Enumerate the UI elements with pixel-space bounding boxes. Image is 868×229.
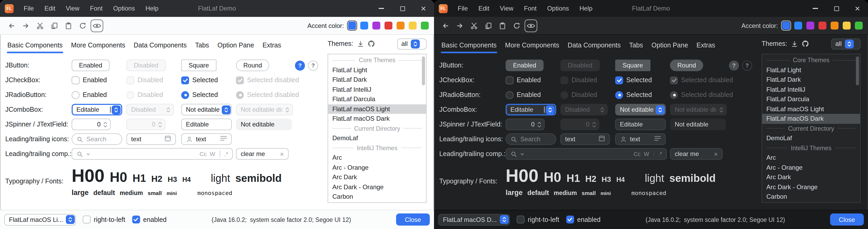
radio-enabled[interactable]: Enabled [506,91,560,99]
copy-button[interactable] [482,19,495,32]
laf-combobox[interactable]: FlatLaf macOS D... [438,214,510,225]
menu-item-font[interactable]: Font [519,0,542,17]
date-field[interactable]: text [126,133,176,145]
refresh-button[interactable] [510,19,523,32]
enabled-button[interactable]: Enabled [506,60,544,71]
accent-swatch-purple[interactable] [372,22,380,30]
theme-item[interactable]: Arc - Orange [328,163,426,172]
tab-more-components[interactable]: More Components [501,35,564,55]
rtl-checkbox[interactable]: right-to-left [517,216,559,224]
match-case-toggle[interactable]: Cc [199,151,207,157]
tab-extras[interactable]: Extras [692,35,719,55]
paste-button[interactable] [496,19,509,32]
whole-words-toggle[interactable]: W [644,151,649,157]
theme-item[interactable]: Arc Dark - Orange [762,182,860,192]
tab-basic-components[interactable]: Basic Components [3,35,67,55]
checkbox-enabled[interactable]: Enabled [72,76,126,84]
checkbox-selected[interactable]: Selected [181,76,236,84]
tab-option-pane[interactable]: Option Pane [213,35,258,55]
accent-swatch-green[interactable] [855,22,863,30]
accent-swatch-purple[interactable] [806,22,814,30]
theme-item-selected[interactable]: FlatLaf macOS Dark [762,114,860,123]
regex-toggle[interactable]: .* [224,151,228,157]
spinner-arrows-icon[interactable] [537,121,541,127]
enabled-checkbox[interactable]: enabled [132,216,167,224]
clearable-field[interactable]: clear me× [236,148,289,160]
chevron-down-icon[interactable] [520,152,524,155]
menu-item-edit[interactable]: Edit [39,0,61,17]
back-button[interactable] [439,19,452,32]
checkbox-selected[interactable]: Selected [615,76,670,84]
round-button[interactable]: Round [236,60,270,71]
spinner-enabled[interactable]: 0 [72,119,111,130]
menu-item-file[interactable]: File [19,0,39,17]
radio-selected[interactable]: Selected [181,91,236,99]
theme-item[interactable]: Arc [328,153,426,163]
tab-more-components[interactable]: More Components [67,35,130,55]
user-field[interactable]: text [615,133,666,145]
square-button[interactable]: Square [181,60,216,71]
menu-item-help[interactable]: Help [140,0,163,17]
cut-button[interactable] [468,19,480,32]
menu-item-options[interactable]: Options [108,0,141,17]
themes-filter-combo[interactable]: all [397,38,427,49]
tab-basic-components[interactable]: Basic Components [437,35,501,55]
laf-combobox[interactable]: FlatLaf macOS Li... [4,214,76,225]
theme-item[interactable]: Arc Dark - Orange [328,182,426,192]
close-window-button[interactable]: ✕ [847,0,868,17]
clearable-field[interactable]: clear me× [670,148,723,160]
accent-swatch-yellow[interactable] [409,22,416,30]
close-dialog-button[interactable]: Close [830,213,864,226]
round-button[interactable]: Round [670,60,704,71]
accent-swatch-red[interactable] [384,22,393,30]
search-field[interactable]: Search [506,133,556,145]
menu-item-help[interactable]: Help [574,0,597,17]
theme-item[interactable]: FlatLaf IntelliJ [328,85,426,94]
github-button[interactable] [367,40,375,48]
help-button-filled[interactable]: ? [729,60,739,70]
rtl-checkbox[interactable]: right-to-left [83,216,125,224]
square-button[interactable]: Square [615,60,650,71]
close-window-button[interactable]: ✕ [413,0,434,17]
calendar-icon[interactable] [164,135,171,143]
help-button-filled[interactable]: ? [295,60,305,70]
menu-item-view[interactable]: View [495,0,519,17]
theme-item[interactable]: FlatLaf IntelliJ [762,85,860,94]
spinner-enabled[interactable]: 0 [506,119,545,130]
editable-textfield[interactable]: Editable [615,119,666,130]
not-editable-combobox[interactable]: Not editable [181,104,232,115]
menu-item-file[interactable]: File [453,0,473,17]
whole-words-toggle[interactable]: W [210,151,215,157]
not-editable-combobox[interactable]: Not editable [615,104,666,115]
help-button-outlined[interactable]: ? [308,60,318,70]
themes-filter-combo[interactable]: all [831,38,861,49]
tab-data-components[interactable]: Data Components [564,35,625,55]
show-hover-toggle-button[interactable] [525,19,537,32]
themes-scrollbar[interactable] [856,56,859,85]
calendar-icon[interactable] [598,135,605,143]
accent-swatch-selected[interactable] [348,22,356,30]
filter-search-field[interactable]: Cc W .* [72,148,233,160]
close-dialog-button[interactable]: Close [396,213,430,226]
theme-item[interactable]: FlatLaf Light [328,65,426,75]
forward-button[interactable] [454,19,466,32]
copy-button[interactable] [48,19,61,32]
clear-icon[interactable]: × [280,150,284,157]
theme-item[interactable]: FlatLaf Darcula [762,94,860,104]
tab-option-pane[interactable]: Option Pane [647,35,692,55]
theme-item[interactable]: FlatLaf Dark [762,75,860,85]
checkbox-enabled[interactable]: Enabled [506,76,560,84]
theme-item[interactable]: Arc - Orange [762,163,860,172]
github-button[interactable] [801,40,809,48]
clear-icon[interactable]: × [714,150,718,157]
accent-swatch-green[interactable] [421,22,429,30]
match-case-toggle[interactable]: Cc [633,151,641,157]
accent-swatch-red[interactable] [818,22,827,30]
minimize-button[interactable] [805,0,826,17]
accent-swatch-selected[interactable] [782,22,790,30]
regex-toggle[interactable]: .* [658,151,662,157]
minimize-button[interactable] [371,0,392,17]
chevron-down-icon[interactable] [86,152,90,155]
download-themes-button[interactable] [791,40,798,47]
theme-item-selected[interactable]: FlatLaf macOS Light [328,104,426,114]
